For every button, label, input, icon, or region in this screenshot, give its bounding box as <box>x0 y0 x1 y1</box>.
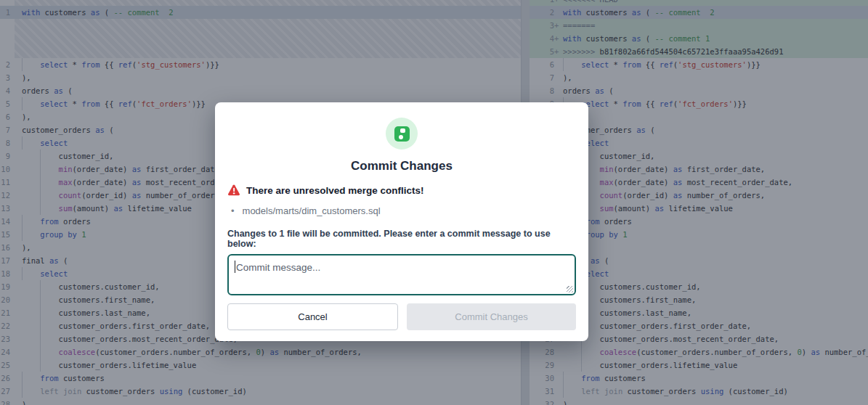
bullet-icon: • <box>231 205 235 216</box>
conflict-file-path: models/marts/dim_customers.sql <box>243 205 381 216</box>
warning-icon <box>227 184 240 196</box>
merge-conflict-warning: There are unresolved merge conflicts! <box>246 185 424 196</box>
modal-title: Commit Changes <box>227 159 576 173</box>
cancel-button[interactable]: Cancel <box>227 303 398 330</box>
ide-screen: 1with customers as ( -- comment 22 selec… <box>0 0 868 405</box>
text-caret <box>235 261 235 273</box>
commit-instruction: Changes to 1 file will be committed. Ple… <box>227 229 576 249</box>
save-icon <box>386 118 418 150</box>
commit-message-input[interactable] <box>227 254 576 295</box>
commit-modal: Commit Changes There are unresolved merg… <box>215 102 588 341</box>
conflict-file-item: • models/marts/dim_customers.sql <box>227 205 576 216</box>
resize-handle-icon[interactable] <box>567 286 573 292</box>
commit-changes-button[interactable]: Commit Changes <box>407 303 576 330</box>
